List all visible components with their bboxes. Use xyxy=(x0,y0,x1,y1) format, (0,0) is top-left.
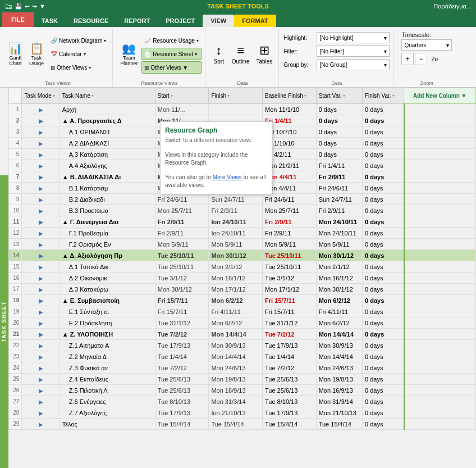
table-row[interactable]: 10 ▶ Β.3 Προετοιμο Mon 25/7/11 Fri 2/9/1… xyxy=(9,205,476,216)
task-name-cell[interactable]: ▲ Ε. Συμβασιοποίη xyxy=(60,295,155,306)
task-name-cell[interactable]: Ζ.3 Φυσικό αν xyxy=(60,362,155,374)
task-name-cell[interactable]: ▲ Β. ΔΙΑΔΙΚΑΣΙΑ Δι xyxy=(60,171,155,183)
table-row[interactable]: 28 ▶ Ζ.7 Αξιολόγης Tue 17/9/13 Ion 21/10… xyxy=(9,407,476,419)
task-name-cell[interactable]: ▲ Ζ. ΥΛΟΠΟΙΗΣΗ xyxy=(60,329,155,340)
table-row[interactable]: 26 ▶ Ζ.5 Πιλοτική Λ Tue 25/6/13 Mon 16/9… xyxy=(9,385,476,396)
zoom-in-button[interactable]: + xyxy=(401,53,414,65)
gantt-chart-button[interactable]: 📊 Gantt Chart xyxy=(6,37,25,71)
task-name-cell[interactable]: Β.3 Προετοιμο xyxy=(60,205,155,216)
task-name-cell[interactable]: ▲ Α. Προεργασίες Δ xyxy=(60,115,155,126)
task-name-cell[interactable]: ▲ Γ. Διενέργεια Δια xyxy=(60,216,155,228)
other-views2-label: Other Views ▼ xyxy=(150,65,188,71)
tab-view[interactable]: VIEW xyxy=(203,15,234,27)
task-name-cell[interactable]: Ε.1 Σύνταξη σ. xyxy=(60,306,155,317)
tables-button[interactable]: ⊞ Tables xyxy=(253,37,275,71)
col-finish-var: Finish Var.▾ xyxy=(363,88,404,104)
tab-report[interactable]: REPORT xyxy=(116,15,158,27)
task-name-cell[interactable]: Ζ.1 Αιτήματα Α xyxy=(60,340,155,351)
task-name-cell[interactable]: Ζ.2 Μηνιαία Δ xyxy=(60,351,155,362)
task-name-cell[interactable]: Ζ.4 Εκπαίδευς xyxy=(60,374,155,385)
row-number: 11 xyxy=(9,216,22,228)
tab-task[interactable]: TASK xyxy=(34,15,66,27)
task-name-cell[interactable]: Α.3 Κατάρτιση xyxy=(60,149,155,160)
other-views-icon: ⊞ xyxy=(51,65,55,71)
task-name-cell[interactable]: Ζ.7 Αξιολόγης xyxy=(60,407,155,419)
tab-format[interactable]: FORMAT xyxy=(234,15,276,27)
filter-dropdown[interactable]: [No Filter] ▾ xyxy=(317,46,390,57)
col-task-name: Task Name▾ xyxy=(60,88,155,104)
task-name-cell[interactable]: Δ.3 Κατακύρω xyxy=(60,284,155,295)
table-row[interactable]: 24 ▶ Ζ.3 Φυσικό αν Tue 7/2/12 Mon 24/6/1… xyxy=(9,362,476,374)
resource-usage-button[interactable]: 📈 Resource Usage ▾ xyxy=(141,34,201,47)
task-name-cell[interactable]: Τέλος xyxy=(60,419,155,430)
task-name-cell[interactable]: Α.2 ΔΙΑΔΙΚΑΣΙ xyxy=(60,138,155,149)
table-row[interactable]: 20 ▶ Ε.2 Πρόσκληση Tue 31/1/12 Mon 6/2/1… xyxy=(9,317,476,329)
team-planner-button[interactable]: 👥 Team Planner xyxy=(117,37,140,71)
more-views-link[interactable]: More Views xyxy=(213,174,242,180)
task-name-cell[interactable]: ▲ Δ. Αξιολόγηση Πρ xyxy=(60,250,155,261)
col-add-new[interactable]: Add New Column ▼ xyxy=(404,88,476,104)
table-row[interactable]: 22 ▶ Ζ.1 Αιτήματα Α Tue 17/9/13 Mon 30/9… xyxy=(9,340,476,351)
timescale-value: Quarters xyxy=(404,42,426,48)
table-row[interactable]: 11 ▶ ▲ Γ. Διενέργεια Δια Fri 2/9/11 Ion … xyxy=(9,216,476,228)
table-row[interactable]: 27 ▶ Ζ.6 Ενέργειες Tue 8/10/13 Mon 31/3/… xyxy=(9,396,476,407)
zoom-out-button[interactable]: − xyxy=(415,53,427,65)
group-dropdown[interactable]: [No Group] ▾ xyxy=(317,59,390,70)
table-row[interactable]: 12 ▶ Γ.1 Προθεσμία Fri 2/9/11 Ion 24/10/… xyxy=(9,228,476,239)
task-name-cell[interactable]: Αρχή xyxy=(60,104,155,115)
table-row[interactable]: 21 ▶ ▲ Ζ. ΥΛΟΠΟΙΗΣΗ Tue 7/2/12 Mon 14/4/… xyxy=(9,329,476,340)
baseline-finish-cell: Mon 25/7/11 xyxy=(263,205,317,216)
start-cell: Tue 7/2/12 xyxy=(155,329,209,340)
timescale-dropdown[interactable]: Quarters ▾ xyxy=(401,39,452,51)
task-name-cell[interactable]: Β.1 Κατάρτισμ xyxy=(60,183,155,194)
table-row[interactable]: 1 ▶ Αρχή Mon 11/... Mon 11/1/10 0 days 0… xyxy=(9,104,476,115)
table-row[interactable]: 15 ▶ Δ.1 Τυπικά Δικ Tue 25/10/11 Mon 2/1… xyxy=(9,261,476,272)
calendar-button[interactable]: 📅 Calendar ▾ xyxy=(48,48,109,60)
task-name-cell[interactable]: Δ.1 Τυπικά Δικ xyxy=(60,261,155,272)
task-name-cell[interactable]: Ζ.6 Ενέργειες xyxy=(60,396,155,407)
task-name-cell[interactable]: Α.4 Αξιολόγης xyxy=(60,160,155,171)
table-row[interactable]: 16 ▶ Δ.2 Οικονομικ Tue 3/1/12 Mon 16/1/1… xyxy=(9,272,476,284)
outline-button[interactable]: ≡ Outline xyxy=(229,37,253,71)
table-row[interactable]: 9 ▶ Β.2 Διαδικαδι Fri 24/6/11 Sun 24/7/1… xyxy=(9,194,476,205)
tab-project[interactable]: PROJECT xyxy=(158,15,203,27)
other-views-button[interactable]: ⊞ Other Views ▾ xyxy=(48,61,109,74)
start-cell: Mon 25/7/11 xyxy=(155,205,209,216)
calendar-icon: 📅 xyxy=(51,51,57,57)
start-cell: Mon 11/... xyxy=(155,104,209,115)
finish-var-cell: 0 days xyxy=(363,351,404,362)
task-name-cell[interactable]: Ζ.5 Πιλοτική Λ xyxy=(60,385,155,396)
task-name-cell[interactable]: Γ.1 Προθεσμία xyxy=(60,228,155,239)
tab-resource[interactable]: RESOURCE xyxy=(66,15,116,27)
table-row[interactable]: 13 ▶ Γ.2 Ορισμός Εν Mon 5/9/11 Mon 5/9/1… xyxy=(9,239,476,250)
table-row[interactable]: 17 ▶ Δ.3 Κατακύρω Mon 30/1/12 Mon 17/1/1… xyxy=(9,284,476,295)
other-views2-button[interactable]: ⊞ Other Views ▼ xyxy=(141,61,201,74)
highlight-dropdown[interactable]: [No Highlight] ▾ xyxy=(317,32,390,43)
table-row[interactable]: 19 ▶ Ε.1 Σύνταξη σ. Fri 15/7/11 Fri 4/11… xyxy=(9,306,476,317)
zoom-label-button[interactable]: Zo xyxy=(428,53,441,65)
baseline-finish-cell: Tue 31/1/12 xyxy=(263,317,317,329)
resource-sheet-button[interactable]: 📄 Resource Sheet ▾ xyxy=(141,48,201,60)
undo-icon[interactable]: ↩ xyxy=(25,3,30,10)
sort-button[interactable]: ↕ Sort xyxy=(210,37,228,71)
table-row[interactable]: 18 ▶ ▲ Ε. Συμβασιοποίη Fri 15/7/11 Mon 6… xyxy=(9,295,476,306)
table-row[interactable]: 23 ▶ Ζ.2 Μηνιαία Δ Tue 1/4/14 Mon 14/4/1… xyxy=(9,351,476,362)
task-mode-icon: ▶ xyxy=(39,219,43,225)
finish-cell: Mon 30/9/13 xyxy=(209,340,263,351)
network-diagram-button[interactable]: 🔗 Network Diagram ▾ xyxy=(48,34,109,47)
task-name-cell[interactable]: Ε.2 Πρόσκληση xyxy=(60,317,155,329)
table-row[interactable]: 25 ▶ Ζ.4 Εκπαίδευς Tue 25/6/13 Mon 19/8/… xyxy=(9,374,476,385)
task-mode-cell: ▶ xyxy=(22,329,60,340)
table-row[interactable]: 14 ▶ ▲ Δ. Αξιολόγηση Πρ Tue 25/10/11 Mon… xyxy=(9,250,476,261)
tab-file[interactable]: FILE xyxy=(2,12,34,27)
save-icon[interactable]: 💾 xyxy=(15,3,22,10)
task-name-cell[interactable]: Α.1 ΩΡΙΜΑΝΣΙ xyxy=(60,126,155,138)
table-row[interactable]: 29 ▶ Τέλος Tue 15/4/14 Tue 15/4/14 Tue 1… xyxy=(9,419,476,430)
task-usage-button[interactable]: 📋 Task Usage xyxy=(26,37,47,71)
finish-var-cell: 0 days xyxy=(363,160,404,171)
task-name-cell[interactable]: Δ.2 Οικονομικ xyxy=(60,272,155,284)
task-name-cell[interactable]: Γ.2 Ορισμός Εν xyxy=(60,239,155,250)
task-name-cell[interactable]: Β.2 Διαδικαδι xyxy=(60,194,155,205)
quick-access-more[interactable]: ▼ xyxy=(39,3,45,10)
redo-icon[interactable]: ↪ xyxy=(32,3,37,10)
